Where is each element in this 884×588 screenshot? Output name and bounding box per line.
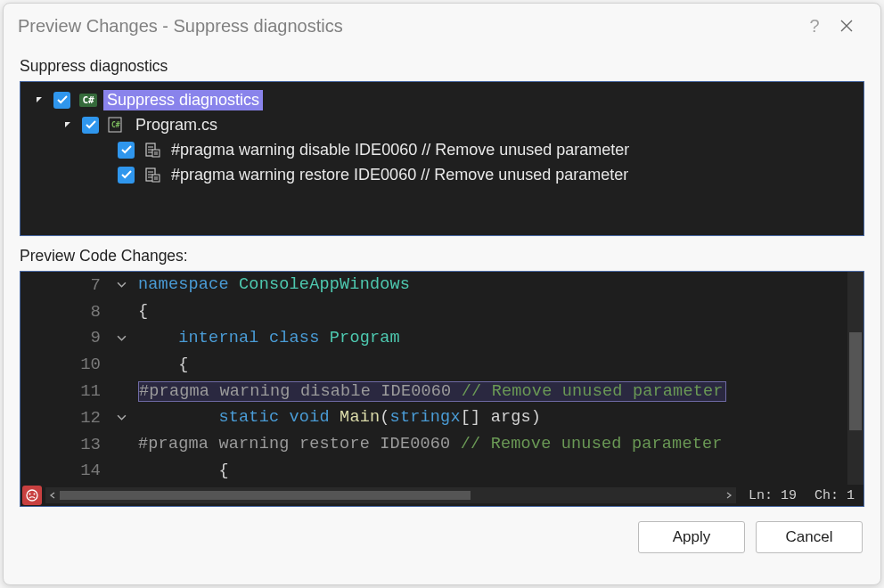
tree-node-file[interactable]: C# Program.cs: [24, 112, 860, 137]
line-number: 11: [20, 381, 110, 401]
code-line: 14 {: [20, 458, 864, 485]
code-text: {: [138, 302, 148, 321]
preview-section-label: Preview Code Changes:: [4, 236, 880, 269]
preview-changes-dialog: Preview Changes - Suppress diagnostics ?…: [3, 3, 881, 585]
svg-point-18: [34, 494, 36, 495]
tree-node-change[interactable]: #pragma warning disable IDE0060 // Remov…: [24, 137, 860, 162]
line-number: 10: [20, 355, 110, 374]
code-line: 7namespace ConsoleAppWindows: [20, 272, 864, 298]
code-line: 9 internal class Program: [20, 325, 864, 352]
code-preview[interactable]: 7namespace ConsoleAppWindows8{9 internal…: [20, 271, 864, 507]
tree-node-label: Program.cs: [132, 115, 221, 135]
line-number: 13: [20, 435, 110, 454]
code-line: 13#pragma warning restore IDE0060 // Rem…: [20, 431, 864, 458]
line-number: 14: [20, 461, 110, 480]
scrollbar-thumb[interactable]: [849, 332, 862, 430]
document-icon: [143, 167, 162, 183]
code-text: internal class Program: [138, 329, 400, 347]
tree-node-label: Suppress diagnostics: [103, 90, 263, 110]
scrollbar-thumb[interactable]: [60, 491, 471, 500]
code-text: namespace ConsoleAppWindows: [138, 275, 410, 294]
scroll-right-icon[interactable]: [722, 488, 736, 502]
scroll-left-icon[interactable]: [45, 488, 60, 502]
csharp-file-icon: C#: [107, 117, 127, 133]
cancel-button[interactable]: Cancel: [756, 521, 863, 553]
svg-rect-6: [152, 150, 160, 157]
checkbox[interactable]: [82, 117, 99, 134]
svg-point-17: [29, 494, 31, 495]
checkbox[interactable]: [53, 92, 70, 109]
checkbox[interactable]: [118, 142, 135, 159]
dialog-buttons: Apply Cancel: [4, 507, 880, 566]
code-line: 11#pragma warning disable IDE0060 // Rem…: [20, 378, 864, 404]
line-number: 9: [20, 328, 110, 347]
line-number: 12: [20, 408, 110, 428]
line-number: 7: [20, 275, 110, 295]
close-button[interactable]: [827, 12, 866, 39]
line-number: 8: [20, 302, 110, 322]
error-status-icon[interactable]: [22, 486, 42, 505]
code-text: #pragma warning restore IDE0060 // Remov…: [138, 435, 723, 453]
titlebar: Preview Changes - Suppress diagnostics ?: [4, 4, 880, 46]
changes-tree[interactable]: C# Suppress diagnostics C# Program.cs: [20, 81, 864, 236]
tree-section-label: Suppress diagnostics: [4, 46, 880, 79]
fold-toggle[interactable]: [110, 412, 133, 422]
code-text: #pragma warning disable IDE0060 // Remov…: [138, 381, 726, 402]
expander-icon[interactable]: [61, 118, 74, 131]
apply-button[interactable]: Apply: [638, 521, 745, 553]
document-icon: [143, 142, 162, 158]
tree-node-label: #pragma warning disable IDE0060 // Remov…: [168, 140, 633, 160]
fold-toggle[interactable]: [110, 280, 133, 290]
tree-node-change[interactable]: #pragma warning restore IDE0060 // Remov…: [24, 162, 860, 187]
cs-badge-icon: C#: [78, 92, 98, 108]
code-line: 12 static void Main(stringx[] args): [20, 404, 864, 431]
fold-toggle[interactable]: [110, 333, 133, 343]
tree-node-root[interactable]: C# Suppress diagnostics: [24, 87, 860, 112]
code-text: static void Main(stringx[] args): [138, 408, 541, 427]
vertical-scrollbar[interactable]: [847, 272, 864, 485]
dialog-title: Preview Changes - Suppress diagnostics: [18, 16, 802, 37]
cursor-position: Ln: 19 Ch: 1: [740, 488, 864, 503]
horizontal-scrollbar[interactable]: [45, 487, 736, 503]
code-line: 8{: [20, 298, 864, 325]
code-content: 7namespace ConsoleAppWindows8{9 internal…: [20, 272, 864, 485]
checkbox[interactable]: [118, 167, 135, 184]
tree-node-label: #pragma warning restore IDE0060 // Remov…: [168, 165, 632, 185]
code-line: 10 {: [20, 351, 864, 378]
code-text: {: [138, 461, 229, 480]
expander-icon[interactable]: [33, 94, 45, 106]
help-button[interactable]: ?: [802, 16, 827, 37]
code-text: {: [138, 355, 189, 374]
svg-point-16: [27, 490, 37, 501]
editor-statusbar: Ln: 19 Ch: 1: [20, 485, 864, 506]
close-icon: [840, 20, 853, 32]
svg-text:C#: C#: [111, 121, 120, 129]
svg-rect-13: [152, 175, 160, 182]
